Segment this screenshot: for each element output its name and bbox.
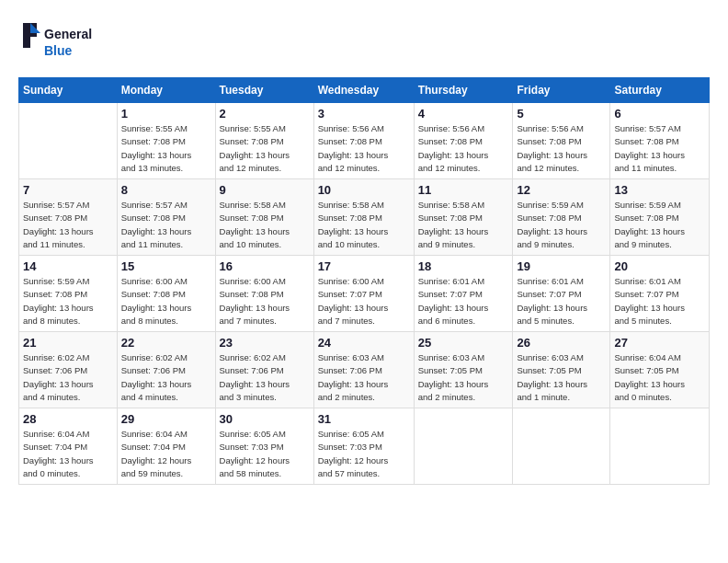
day-info: Sunrise: 5:55 AM Sunset: 7:08 PM Dayligh…	[121, 122, 211, 175]
calendar-cell: 26Sunrise: 6:03 AM Sunset: 7:05 PM Dayli…	[513, 332, 610, 408]
day-number: 22	[121, 336, 211, 350]
calendar-cell	[414, 408, 513, 485]
day-number: 18	[418, 259, 509, 273]
calendar-cell: 5Sunrise: 5:56 AM Sunset: 7:08 PM Daylig…	[513, 103, 610, 179]
day-info: Sunrise: 6:03 AM Sunset: 7:05 PM Dayligh…	[517, 351, 606, 404]
day-info: Sunrise: 6:00 AM Sunset: 7:07 PM Dayligh…	[318, 275, 410, 327]
day-number: 27	[614, 336, 705, 350]
day-info: Sunrise: 5:57 AM Sunset: 7:08 PM Dayligh…	[121, 199, 211, 251]
column-header-saturday: Saturday	[610, 78, 710, 103]
day-info: Sunrise: 6:04 AM Sunset: 7:05 PM Dayligh…	[614, 351, 705, 404]
calendar-cell: 31Sunrise: 6:05 AM Sunset: 7:03 PM Dayli…	[313, 408, 414, 485]
svg-text:General: General	[44, 27, 92, 41]
calendar-cell: 23Sunrise: 6:02 AM Sunset: 7:06 PM Dayli…	[215, 332, 313, 408]
page-header: General Blue	[18, 18, 710, 68]
calendar-cell: 21Sunrise: 6:02 AM Sunset: 7:06 PM Dayli…	[19, 332, 118, 408]
day-number: 24	[318, 336, 410, 350]
calendar-cell: 24Sunrise: 6:03 AM Sunset: 7:06 PM Dayli…	[313, 332, 414, 408]
calendar-header-row: SundayMondayTuesdayWednesdayThursdayFrid…	[19, 78, 710, 103]
day-info: Sunrise: 5:59 AM Sunset: 7:08 PM Dayligh…	[614, 199, 705, 251]
calendar-week-row: 28Sunrise: 6:04 AM Sunset: 7:04 PM Dayli…	[19, 408, 710, 485]
column-header-tuesday: Tuesday	[215, 78, 313, 103]
day-number: 9	[220, 183, 310, 197]
day-info: Sunrise: 6:05 AM Sunset: 7:03 PM Dayligh…	[220, 428, 310, 480]
day-number: 1	[121, 107, 211, 121]
day-number: 26	[517, 336, 606, 350]
calendar-week-row: 1Sunrise: 5:55 AM Sunset: 7:08 PM Daylig…	[19, 103, 710, 179]
day-number: 19	[517, 259, 606, 273]
day-info: Sunrise: 5:57 AM Sunset: 7:08 PM Dayligh…	[614, 122, 705, 175]
day-info: Sunrise: 6:04 AM Sunset: 7:04 PM Dayligh…	[121, 428, 211, 480]
calendar-cell: 22Sunrise: 6:02 AM Sunset: 7:06 PM Dayli…	[117, 332, 215, 408]
calendar-cell: 3Sunrise: 5:56 AM Sunset: 7:08 PM Daylig…	[313, 103, 414, 179]
calendar-cell: 13Sunrise: 5:59 AM Sunset: 7:08 PM Dayli…	[610, 179, 710, 256]
calendar-cell	[513, 408, 610, 485]
day-info: Sunrise: 5:58 AM Sunset: 7:08 PM Dayligh…	[220, 199, 310, 251]
calendar-cell	[19, 103, 118, 179]
day-number: 5	[517, 107, 606, 121]
calendar-cell: 6Sunrise: 5:57 AM Sunset: 7:08 PM Daylig…	[610, 103, 710, 179]
day-info: Sunrise: 6:01 AM Sunset: 7:07 PM Dayligh…	[517, 275, 606, 327]
day-number: 15	[121, 259, 211, 273]
day-info: Sunrise: 5:56 AM Sunset: 7:08 PM Dayligh…	[418, 122, 509, 175]
calendar-cell: 16Sunrise: 6:00 AM Sunset: 7:08 PM Dayli…	[215, 256, 313, 332]
calendar-cell: 2Sunrise: 5:55 AM Sunset: 7:08 PM Daylig…	[215, 103, 313, 179]
day-number: 7	[23, 183, 113, 197]
logo: General Blue	[18, 18, 129, 68]
day-info: Sunrise: 5:58 AM Sunset: 7:08 PM Dayligh…	[418, 199, 509, 251]
day-number: 2	[220, 107, 310, 121]
day-info: Sunrise: 5:59 AM Sunset: 7:08 PM Dayligh…	[517, 199, 606, 251]
calendar-cell	[610, 408, 710, 485]
day-number: 12	[517, 183, 606, 197]
calendar-cell: 8Sunrise: 5:57 AM Sunset: 7:08 PM Daylig…	[117, 179, 215, 256]
calendar-table: SundayMondayTuesdayWednesdayThursdayFrid…	[18, 77, 710, 485]
day-info: Sunrise: 6:03 AM Sunset: 7:06 PM Dayligh…	[318, 351, 410, 404]
calendar-cell: 25Sunrise: 6:03 AM Sunset: 7:05 PM Dayli…	[414, 332, 513, 408]
calendar-cell: 30Sunrise: 6:05 AM Sunset: 7:03 PM Dayli…	[215, 408, 313, 485]
day-info: Sunrise: 5:55 AM Sunset: 7:08 PM Dayligh…	[220, 122, 310, 175]
day-number: 11	[418, 183, 509, 197]
column-header-wednesday: Wednesday	[313, 78, 414, 103]
calendar-cell: 20Sunrise: 6:01 AM Sunset: 7:07 PM Dayli…	[610, 256, 710, 332]
day-number: 8	[121, 183, 211, 197]
day-number: 13	[614, 183, 705, 197]
day-number: 14	[23, 259, 113, 273]
day-number: 6	[614, 107, 705, 121]
day-number: 10	[318, 183, 410, 197]
calendar-cell: 18Sunrise: 6:01 AM Sunset: 7:07 PM Dayli…	[414, 256, 513, 332]
day-info: Sunrise: 5:59 AM Sunset: 7:08 PM Dayligh…	[23, 275, 113, 327]
calendar-week-row: 14Sunrise: 5:59 AM Sunset: 7:08 PM Dayli…	[19, 256, 710, 332]
day-number: 17	[318, 259, 410, 273]
day-info: Sunrise: 6:00 AM Sunset: 7:08 PM Dayligh…	[220, 275, 310, 327]
column-header-monday: Monday	[117, 78, 215, 103]
day-info: Sunrise: 5:56 AM Sunset: 7:08 PM Dayligh…	[318, 122, 410, 175]
day-number: 28	[23, 412, 113, 426]
calendar-cell: 29Sunrise: 6:04 AM Sunset: 7:04 PM Dayli…	[117, 408, 215, 485]
day-info: Sunrise: 6:05 AM Sunset: 7:03 PM Dayligh…	[318, 428, 410, 480]
day-info: Sunrise: 6:02 AM Sunset: 7:06 PM Dayligh…	[220, 351, 310, 404]
calendar-cell: 19Sunrise: 6:01 AM Sunset: 7:07 PM Dayli…	[513, 256, 610, 332]
calendar-cell: 1Sunrise: 5:55 AM Sunset: 7:08 PM Daylig…	[117, 103, 215, 179]
day-info: Sunrise: 6:02 AM Sunset: 7:06 PM Dayligh…	[121, 351, 211, 404]
calendar-cell: 27Sunrise: 6:04 AM Sunset: 7:05 PM Dayli…	[610, 332, 710, 408]
day-number: 31	[318, 412, 410, 426]
calendar-cell: 12Sunrise: 5:59 AM Sunset: 7:08 PM Dayli…	[513, 179, 610, 256]
calendar-week-row: 21Sunrise: 6:02 AM Sunset: 7:06 PM Dayli…	[19, 332, 710, 408]
day-info: Sunrise: 5:57 AM Sunset: 7:08 PM Dayligh…	[23, 199, 113, 251]
day-number: 23	[220, 336, 310, 350]
svg-text:Blue: Blue	[44, 43, 73, 58]
day-number: 16	[220, 259, 310, 273]
day-number: 21	[23, 336, 113, 350]
day-info: Sunrise: 5:56 AM Sunset: 7:08 PM Dayligh…	[517, 122, 606, 175]
calendar-cell: 15Sunrise: 6:00 AM Sunset: 7:08 PM Dayli…	[117, 256, 215, 332]
day-number: 3	[318, 107, 410, 121]
calendar-cell: 4Sunrise: 5:56 AM Sunset: 7:08 PM Daylig…	[414, 103, 513, 179]
calendar-cell: 11Sunrise: 5:58 AM Sunset: 7:08 PM Dayli…	[414, 179, 513, 256]
column-header-thursday: Thursday	[414, 78, 513, 103]
column-header-friday: Friday	[513, 78, 610, 103]
calendar-cell: 10Sunrise: 5:58 AM Sunset: 7:08 PM Dayli…	[313, 179, 414, 256]
calendar-week-row: 7Sunrise: 5:57 AM Sunset: 7:08 PM Daylig…	[19, 179, 710, 256]
day-number: 25	[418, 336, 509, 350]
column-header-sunday: Sunday	[19, 78, 118, 103]
day-info: Sunrise: 6:04 AM Sunset: 7:04 PM Dayligh…	[23, 428, 113, 480]
